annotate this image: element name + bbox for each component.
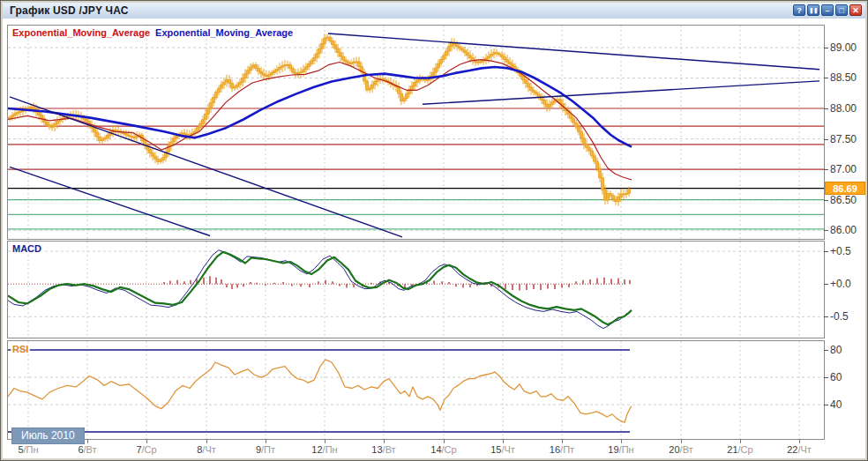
y-axis-tick	[824, 405, 828, 405]
y-axis-tick	[824, 200, 828, 201]
month-badge: Июль 2010	[11, 428, 85, 444]
minimize-button[interactable]: –	[821, 4, 834, 16]
y-axis-label: +0.5	[830, 245, 867, 257]
x-axis-label: 20/Вт	[662, 444, 700, 455]
x-axis-tick	[562, 439, 563, 443]
x-axis-label: 6/Вт	[68, 444, 107, 455]
x-axis-tick	[503, 439, 504, 443]
indicator-legend: Exponential_Moving_AverageExponential_Mo…	[10, 26, 296, 39]
y-axis-tick	[824, 377, 828, 378]
y-axis-tick	[824, 139, 828, 140]
x-axis-tick	[325, 439, 326, 443]
x-axis-tick	[444, 439, 445, 443]
window-title: График USD /JPY ЧАС	[3, 4, 129, 17]
x-axis-tick	[146, 439, 147, 443]
y-axis-tick	[824, 350, 828, 351]
x-axis-label: 16/Пт	[542, 444, 581, 455]
x-axis-label: 8/Чт	[187, 444, 226, 455]
x-axis-tick	[266, 439, 266, 443]
x-axis-label: 14/Ср	[424, 444, 463, 455]
y-axis-tick	[824, 316, 828, 317]
x-axis-tick	[384, 439, 385, 443]
macd-label: MACD	[11, 243, 43, 254]
x-axis-tick	[87, 439, 88, 443]
y-axis-tick	[824, 48, 828, 48]
y-axis-label: 86.50	[830, 194, 867, 206]
ema-slow-legend: Exponential_Moving_Average	[155, 27, 293, 38]
y-axis-label: 88.00	[830, 102, 867, 115]
y-axis-tick	[824, 230, 828, 231]
main-price-chart[interactable]	[8, 26, 824, 239]
x-axis-label: 21/Ср	[721, 444, 760, 455]
ema-fast-legend: Exponential_Moving_Average	[12, 27, 150, 38]
y-axis-tick	[824, 284, 828, 285]
x-axis-label: 13/Вт	[364, 444, 403, 455]
rsi-panel[interactable]	[8, 341, 824, 439]
y-axis-tick	[824, 251, 828, 252]
y-axis-label: 88.50	[830, 71, 867, 84]
current-price-badge: 86.69	[825, 182, 865, 195]
x-axis-tick	[206, 439, 207, 443]
y-axis-label: 87.00	[830, 163, 867, 175]
pause-button[interactable]: ❚❚	[807, 4, 819, 16]
title-bar[interactable]: График USD /JPY ЧАС ?❚❚–□✕	[3, 3, 865, 19]
y-axis-label: +0.0	[830, 278, 867, 290]
x-axis-label: 5/Пн	[9, 444, 48, 455]
close-button[interactable]: ✕	[849, 4, 862, 16]
help-button[interactable]: ?	[793, 4, 805, 16]
x-axis-label: 12/Пн	[305, 444, 344, 455]
y-axis-label: 86.00	[830, 224, 867, 236]
y-axis-label: -0.5	[830, 310, 867, 323]
y-axis-tick	[824, 78, 828, 78]
x-axis-tick	[621, 439, 622, 443]
x-axis-label: 7/Ср	[127, 444, 166, 455]
window-controls: ?❚❚–□✕	[793, 4, 862, 16]
x-axis-tick	[740, 439, 741, 443]
maximize-button[interactable]: □	[835, 4, 848, 16]
chart-window: График USD /JPY ЧАС ?❚❚–□✕ Exponential_M…	[0, 0, 868, 461]
x-axis-label: 22/Чт	[780, 444, 819, 455]
y-axis-label: 87.50	[830, 133, 867, 145]
y-axis-tick	[824, 108, 828, 109]
x-axis-tick	[799, 439, 800, 443]
x-axis-label: 15/Чт	[483, 444, 522, 455]
rsi-label: RSI	[11, 344, 30, 354]
x-axis-tick	[681, 439, 682, 443]
y-axis-label: 60	[830, 371, 867, 383]
y-axis-label: 40	[830, 398, 867, 411]
y-axis-label: 80	[830, 344, 867, 356]
x-axis-label: 19/Пн	[602, 444, 640, 455]
y-axis-tick	[824, 169, 828, 170]
macd-panel[interactable]	[8, 242, 824, 338]
y-axis-label: 89.00	[830, 41, 867, 54]
x-axis-label: 9/Пт	[246, 444, 285, 455]
